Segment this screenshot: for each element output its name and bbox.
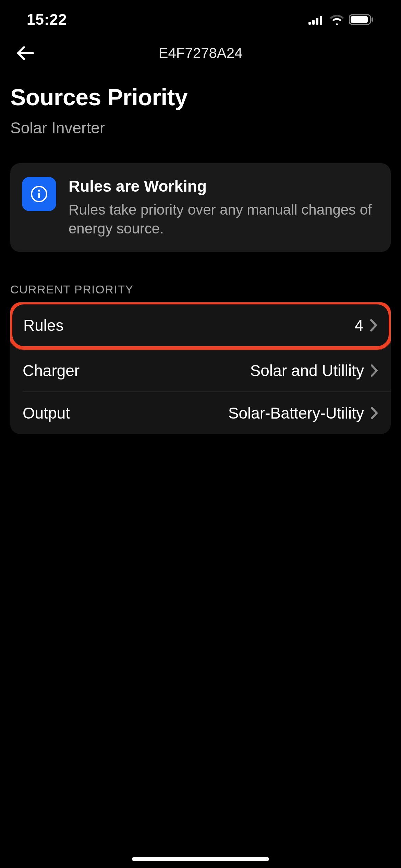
rules-row-highlight: Rules 4 [10,302,391,350]
rules-value: 4 [354,316,363,335]
charger-row[interactable]: Charger Solar and Utillity [10,350,391,391]
status-icons [308,14,374,25]
page-subtitle: Solar Inverter [10,119,391,137]
svg-rect-6 [372,17,373,22]
nav-title: E4F7278A24 [0,45,401,61]
charger-value: Solar and Utillity [250,361,364,380]
info-card: Rules are Working Rules take priority ov… [10,163,391,252]
chevron-right-icon [370,364,378,377]
info-desc: Rules take priority over any manuall cha… [69,200,377,238]
home-indicator[interactable] [132,857,269,861]
nav-bar: E4F7278A24 [0,38,401,69]
rules-label: Rules [23,316,348,335]
status-bar: 15:22 [0,0,401,34]
svg-rect-5 [351,16,368,23]
info-badge [22,177,56,211]
priority-list: Rules 4 Charger Solar and Utillity Outpu… [10,302,391,434]
svg-point-8 [38,190,40,192]
output-row[interactable]: Output Solar-Battery-Utility [23,391,391,434]
svg-rect-1 [312,20,315,25]
section-label: CURRENT PRIORITY [10,283,391,296]
rules-row[interactable]: Rules 4 [12,304,389,346]
chevron-right-icon [370,406,378,420]
charger-label: Charger [23,361,244,380]
wifi-icon [330,14,344,25]
info-title: Rules are Working [69,177,377,195]
cellular-icon [308,14,325,25]
output-value: Solar-Battery-Utility [228,404,364,422]
svg-rect-9 [38,193,40,198]
chevron-right-icon [369,318,378,332]
svg-rect-2 [316,18,318,25]
info-icon [30,185,48,203]
svg-rect-0 [308,22,311,25]
status-time: 15:22 [27,11,67,28]
battery-icon [349,14,374,25]
output-label: Output [23,404,222,422]
arrow-left-icon [16,45,34,61]
back-button[interactable] [10,40,40,67]
svg-rect-3 [320,16,322,25]
page-title: Sources Priority [10,84,391,110]
